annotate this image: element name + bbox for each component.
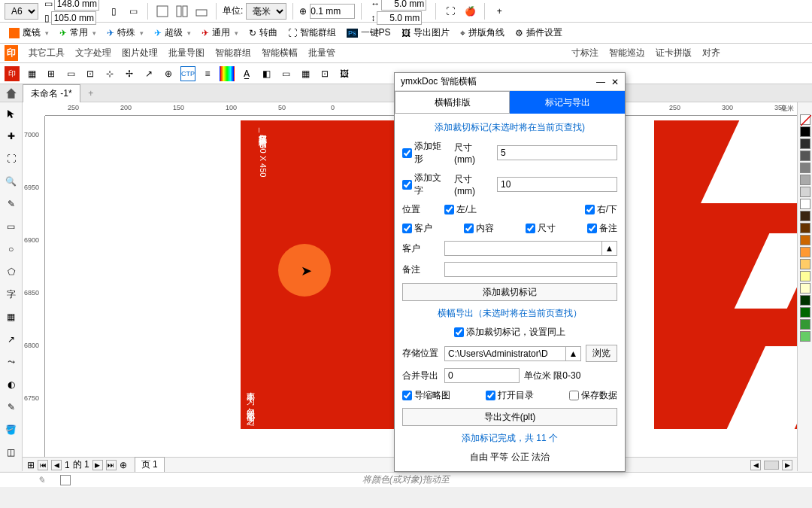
add-tab-button[interactable]: + <box>83 86 98 101</box>
fill-tool[interactable]: 🪣 <box>3 421 20 438</box>
remark-checkbox[interactable]: 备注 <box>587 222 617 235</box>
color-swatch[interactable] <box>800 211 810 221</box>
tool-icon[interactable]: A̲ <box>239 66 254 81</box>
unit-select[interactable]: 毫米 <box>246 3 286 20</box>
tool-icon[interactable]: ▭ <box>63 66 78 81</box>
submenu-item[interactable]: 其它工具 <box>29 47 65 59</box>
landscape-icon[interactable]: ▭ <box>125 3 141 20</box>
tab-mark-export[interactable]: 标记与导出 <box>510 91 625 114</box>
plus-icon[interactable]: + <box>491 3 508 20</box>
add-page-icon[interactable]: ⊕ <box>120 460 127 470</box>
freehand-tool[interactable]: ✎ <box>3 196 20 212</box>
submenu-item[interactable]: 文字处理 <box>75 47 111 59</box>
submenu-item[interactable]: 智能群组 <box>215 47 251 59</box>
tool-icon[interactable]: ↗ <box>141 66 156 81</box>
page-height-input[interactable] <box>51 11 96 25</box>
size-checkbox[interactable]: 尺寸 <box>526 222 556 235</box>
tool-icon[interactable]: ⊕ <box>161 66 176 81</box>
page-preset-select[interactable]: A6 <box>5 3 38 20</box>
layout-icon-1[interactable] <box>154 3 171 20</box>
scrollbar-track[interactable] <box>764 461 779 470</box>
color-swatch[interactable] <box>800 126 810 137</box>
menu-yijianps[interactable]: Ps一键PS <box>342 24 395 41</box>
export-link[interactable]: 横幅导出（未选时将在当前页查找） <box>402 304 617 323</box>
dimension-tool[interactable]: ↗ <box>3 331 20 348</box>
yin2-icon[interactable]: 印 <box>5 66 20 81</box>
submenu-item[interactable]: 对齐 <box>702 47 720 59</box>
pick-tool[interactable] <box>3 105 20 122</box>
effects-tool[interactable]: ◐ <box>3 376 20 393</box>
menu-teshu[interactable]: ✈特殊▾ <box>102 24 148 41</box>
page-width-input[interactable] <box>54 0 99 11</box>
menu-daochu[interactable]: 🖼导出图片 <box>397 24 454 41</box>
layout-icon-2[interactable] <box>174 3 190 20</box>
first-page-button[interactable]: ⏮ <box>38 460 48 470</box>
color-swatch[interactable] <box>800 223 810 233</box>
rect-size-input[interactable] <box>497 145 617 160</box>
portrait-icon[interactable]: ▯ <box>105 3 122 20</box>
add-rect-checkbox[interactable]: 添加矩形 <box>402 140 450 166</box>
tool-icon[interactable]: 🖼 <box>337 66 352 81</box>
page-plus-icon[interactable]: ⊞ <box>27 460 35 470</box>
tool-icon[interactable]: ⊡ <box>83 66 98 81</box>
merge-value-input[interactable] <box>444 368 520 383</box>
tool-icon[interactable]: ⊞ <box>44 66 59 81</box>
add-marks-link[interactable]: 添加裁切标记(未选时将在当前页查找) <box>402 118 617 137</box>
color-swatch[interactable] <box>800 331 810 342</box>
nudge-input[interactable] <box>310 4 355 19</box>
zoom-tool[interactable]: 🔍 <box>3 173 20 190</box>
menu-changyong[interactable]: ✈常用▾ <box>55 24 101 41</box>
rectangle-tool[interactable]: ▭ <box>3 218 20 235</box>
color-swatch[interactable] <box>800 295 810 306</box>
crop-tool[interactable]: ⛶ <box>3 151 20 167</box>
apple-icon[interactable]: 🍎 <box>462 3 478 20</box>
next-page-button[interactable]: ▶ <box>92 460 103 470</box>
outline-tool[interactable]: ◫ <box>3 444 20 461</box>
dup-x-input[interactable] <box>381 0 426 11</box>
tool-icon[interactable]: ⊡ <box>317 66 332 81</box>
submenu-item[interactable]: 智能巡边 <box>609 47 645 59</box>
page-tab[interactable]: 页 1 <box>135 457 165 473</box>
prev-page-button[interactable]: ◀ <box>51 460 62 470</box>
color-swatch[interactable] <box>800 199 810 209</box>
tool-icon[interactable]: ◧ <box>259 66 274 81</box>
home-icon[interactable] <box>5 87 18 100</box>
customer-checkbox[interactable]: 客户 <box>402 222 432 235</box>
color-swatch[interactable] <box>800 271 810 281</box>
add-marks-button[interactable]: 添加裁切标记 <box>402 283 617 301</box>
submenu-item[interactable]: 寸标注 <box>571 47 598 59</box>
dup-y-input[interactable] <box>377 11 422 25</box>
eyedropper-icon[interactable]: ✎ <box>38 475 45 485</box>
tool-icon[interactable]: ▦ <box>24 66 39 81</box>
table-tool[interactable]: ▦ <box>3 309 20 325</box>
ellipse-tool[interactable]: ○ <box>3 241 20 257</box>
dialog-titlebar[interactable]: ymxkDoc 智能横幅 — ✕ <box>395 73 625 91</box>
right-bottom-checkbox[interactable]: 右/下 <box>585 203 617 216</box>
no-fill-swatch[interactable] <box>800 114 810 125</box>
color-swatch[interactable] <box>800 163 810 173</box>
menu-zhuanqu[interactable]: ↻转曲 <box>244 24 282 41</box>
last-page-button[interactable]: ⏭ <box>106 460 117 470</box>
color-swatch[interactable] <box>800 138 810 149</box>
tool-icon[interactable]: ✢ <box>122 66 137 81</box>
crop-icon[interactable]: ⛶ <box>442 3 459 20</box>
shape-tool[interactable]: ✚ <box>3 128 20 144</box>
add-text-checkbox[interactable]: 添加文字 <box>402 172 450 197</box>
color-swatch[interactable] <box>800 187 810 197</box>
yin-icon[interactable]: 印 <box>5 45 18 61</box>
menu-mojing[interactable]: 魔镜▾ <box>5 24 53 41</box>
color-swatch[interactable] <box>800 175 810 185</box>
menu-zhineng[interactable]: ⛶智能群组 <box>283 24 341 41</box>
banner-object-right[interactable] <box>654 120 797 429</box>
tool-icon[interactable]: ⊹ <box>102 66 117 81</box>
scroll-right-button[interactable]: ▶ <box>782 460 792 470</box>
document-tab[interactable]: 未命名 -1* <box>23 84 80 102</box>
color-swatch[interactable] <box>800 259 810 269</box>
export-file-button[interactable]: 导出文件(plt) <box>402 408 617 426</box>
menu-chaoji[interactable]: ✈超级▾ <box>150 24 195 41</box>
color-swatch[interactable] <box>800 307 810 318</box>
submenu-item[interactable]: 批量管 <box>308 47 335 59</box>
color-swatch[interactable] <box>800 151 810 161</box>
add-marks-same-checkbox[interactable]: 添加裁切标记，设置同上 <box>454 326 565 339</box>
submenu-item[interactable]: 智能横幅 <box>262 47 298 59</box>
